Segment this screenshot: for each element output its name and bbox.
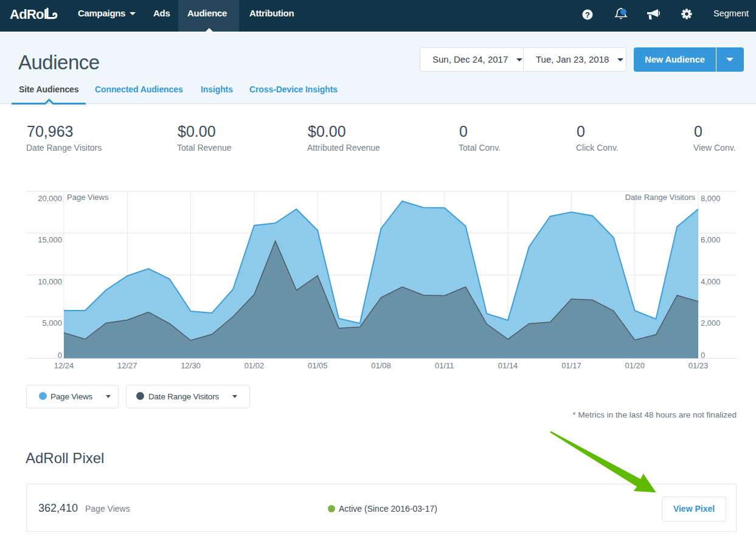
- svg-text:01/20: 01/20: [625, 361, 645, 370]
- svg-text:12/27: 12/27: [117, 361, 137, 370]
- svg-text:8,000: 8,000: [701, 194, 721, 203]
- svg-text:01/17: 01/17: [561, 361, 581, 370]
- svg-text:20,000: 20,000: [38, 194, 62, 203]
- svg-text:01/14: 01/14: [498, 361, 518, 370]
- svg-text:Page Views: Page Views: [67, 193, 109, 202]
- svg-text:01/05: 01/05: [308, 361, 328, 370]
- svg-text:01/11: 01/11: [435, 361, 454, 370]
- svg-text:01/23: 01/23: [688, 361, 709, 370]
- svg-text:12/30: 12/30: [181, 361, 201, 370]
- svg-text:4,000: 4,000: [701, 277, 721, 286]
- svg-text:Date Range Visitors: Date Range Visitors: [625, 193, 696, 202]
- svg-text:?: ?: [585, 10, 590, 19]
- svg-text:01/02: 01/02: [244, 361, 265, 370]
- svg-text:2,000: 2,000: [701, 318, 721, 328]
- svg-text:6,000: 6,000: [701, 235, 721, 244]
- svg-text:01/08: 01/08: [371, 361, 391, 370]
- svg-text:AdRol: AdRol: [10, 7, 47, 22]
- svg-text:5,000: 5,000: [42, 318, 62, 328]
- svg-text:10,000: 10,000: [38, 277, 62, 286]
- svg-text:12/24: 12/24: [54, 361, 74, 370]
- svg-text:0: 0: [58, 351, 62, 360]
- svg-text:15,000: 15,000: [38, 235, 62, 244]
- svg-text:0: 0: [701, 351, 705, 360]
